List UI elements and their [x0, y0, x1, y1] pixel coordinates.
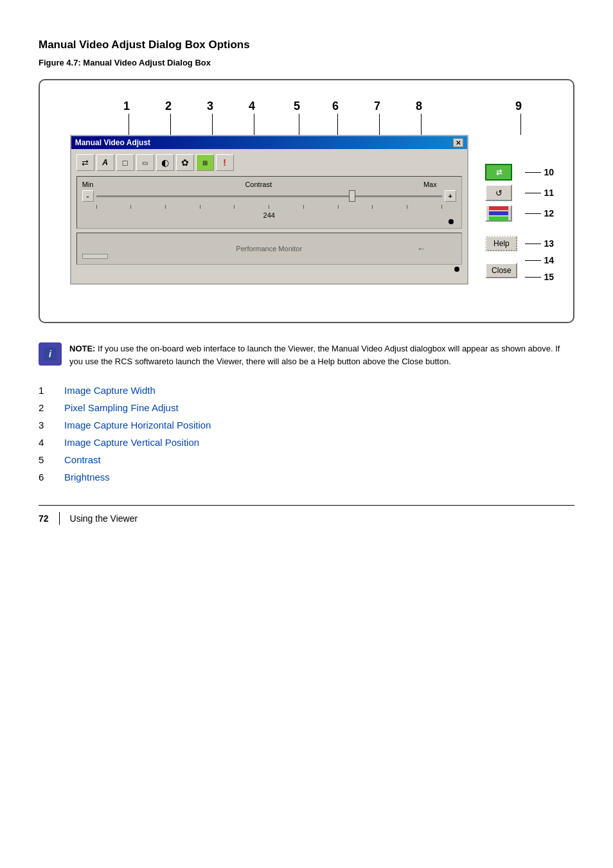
li-num-5: 5 [39, 454, 51, 465]
tb-arrow-btn[interactable]: ⇄ [76, 154, 94, 171]
rn-12: 12 [525, 205, 554, 222]
slider-value: 244 [82, 211, 456, 219]
dialog-window: Manual Video Adjust ✕ ⇄ A □ ▭ ◐ ✿ ⊞ ! [70, 135, 468, 285]
tick [200, 205, 200, 209]
num-label-9: 9 [515, 100, 522, 113]
tick [269, 205, 269, 209]
li-text-1: Image Capture Width [64, 385, 155, 396]
figure-caption: Figure 4.7: Manual Video Adjust Dialog B… [39, 58, 574, 67]
dialog-title: Manual Video Adjust [75, 138, 150, 147]
li-text-3: Image Capture Horizontal Position [64, 420, 211, 430]
tick [96, 205, 97, 209]
tick [338, 205, 339, 209]
num-label-6: 6 [332, 100, 339, 113]
list-item-3: 3 Image Capture Horizontal Position [39, 416, 574, 434]
dialog-titlebar: Manual Video Adjust ✕ [71, 136, 467, 149]
slider-row: - + [82, 190, 456, 202]
numbered-list: 1 Image Capture Width 2 Pixel Sampling F… [39, 382, 574, 486]
contrast-header: Min Contrast Max [82, 181, 456, 188]
page-content: Manual Video Adjust Dialog Box Options F… [39, 39, 574, 525]
num-label-8: 8 [416, 100, 422, 113]
note-text: NOTE: If you use the on-board web interf… [69, 342, 574, 368]
bullet-1 [449, 219, 454, 224]
tick [441, 205, 442, 209]
top-number-labels: 1 2 3 4 5 6 7 8 9 [123, 100, 554, 135]
bullet-2 [454, 267, 459, 272]
footer-text: Using the Viewer [70, 513, 138, 524]
tb-font-btn[interactable]: A [96, 154, 114, 171]
note-icon: i [39, 342, 62, 366]
li-num-1: 1 [39, 385, 51, 396]
li-num-4: 4 [39, 437, 51, 448]
contrast-area: Min Contrast Max - + [76, 176, 462, 229]
li-text-4: Image Capture Vertical Position [64, 437, 199, 448]
note-section: i NOTE: If you use the on-board web inte… [39, 342, 574, 368]
num-label-3: 3 [207, 100, 213, 113]
contrast-label: Contrast [245, 181, 272, 188]
toolbar: ⇄ A □ ▭ ◐ ✿ ⊞ ! Min Contrast [71, 149, 467, 277]
toolbar-row: ⇄ A □ ▭ ◐ ✿ ⊞ ! [76, 154, 462, 171]
rn-10: 10 [525, 164, 554, 181]
minus-btn[interactable]: - [82, 190, 94, 202]
num-label-7: 7 [374, 100, 380, 113]
dialog-figure: 1 2 3 4 5 6 7 8 9 Manual [39, 79, 574, 323]
li-num-2: 2 [39, 402, 51, 413]
perf-bar [82, 254, 108, 259]
note-body: If you use the on-board web interface to… [69, 344, 560, 366]
tick-row [82, 204, 456, 210]
tick [234, 205, 235, 209]
tick [130, 205, 131, 209]
perf-area: Performance Monitor ← [76, 233, 462, 265]
li-text-6: Brightness [64, 472, 110, 483]
tb-exclaim-btn[interactable]: ! [216, 154, 234, 171]
min-label: Min [82, 181, 94, 188]
li-text-5: Contrast [64, 454, 101, 465]
max-label: Max [423, 181, 437, 188]
li-text-2: Pixel Sampling Fine Adjust [64, 402, 179, 413]
slider-track[interactable] [96, 190, 442, 202]
slider-line [96, 195, 442, 197]
footer-separator [59, 512, 60, 525]
num-label-4: 4 [249, 100, 255, 113]
li-num-3: 3 [39, 420, 51, 430]
perf-label: Performance Monitor [236, 245, 302, 252]
tb-circle-btn[interactable]: ◐ [156, 154, 174, 171]
right-buttons: ⇄ ↺ Help [485, 164, 517, 278]
tick [407, 205, 407, 209]
rn-11: 11 [525, 184, 554, 201]
num-label-1: 1 [123, 100, 130, 113]
tick [303, 205, 304, 209]
tick [372, 205, 373, 209]
tb-square-btn[interactable]: □ [116, 154, 134, 171]
slider-thumb[interactable] [349, 190, 355, 202]
rn-14: 14 [525, 255, 554, 265]
right-panel: ⇄ ↺ Help [485, 164, 554, 285]
footer-bar: 72 Using the Viewer [39, 505, 574, 525]
tb-grid-btn[interactable]: ⊞ [196, 154, 214, 171]
list-item-6: 6 Brightness [39, 468, 574, 486]
close-button[interactable]: Close [485, 263, 517, 278]
tick [165, 205, 166, 209]
close-x-button[interactable]: ✕ [453, 138, 463, 147]
num-label-2: 2 [165, 100, 172, 113]
li-num-6: 6 [39, 472, 51, 483]
list-item-2: 2 Pixel Sampling Fine Adjust [39, 399, 574, 416]
rn-15: 15 [525, 269, 554, 285]
note-bold: NOTE: [69, 344, 95, 353]
btn-10[interactable]: ⇄ [485, 164, 512, 181]
tb-sun-btn[interactable]: ✿ [176, 154, 194, 171]
btn-11[interactable]: ↺ [485, 184, 512, 201]
help-button[interactable]: Help [485, 236, 517, 251]
num-label-5: 5 [294, 100, 300, 113]
btn-12[interactable] [485, 205, 512, 222]
tb-rect-btn[interactable]: ▭ [136, 154, 154, 171]
footer-num: 72 [39, 513, 49, 524]
list-item-1: 1 Image Capture Width [39, 382, 574, 399]
list-item-4: 4 Image Capture Vertical Position [39, 434, 574, 451]
rn-13: 13 [525, 236, 554, 251]
right-numbers: 10 11 12 13 [525, 164, 554, 285]
list-item-5: 5 Contrast [39, 451, 574, 468]
section-title: Manual Video Adjust Dialog Box Options [39, 39, 574, 51]
plus-btn[interactable]: + [445, 190, 456, 202]
